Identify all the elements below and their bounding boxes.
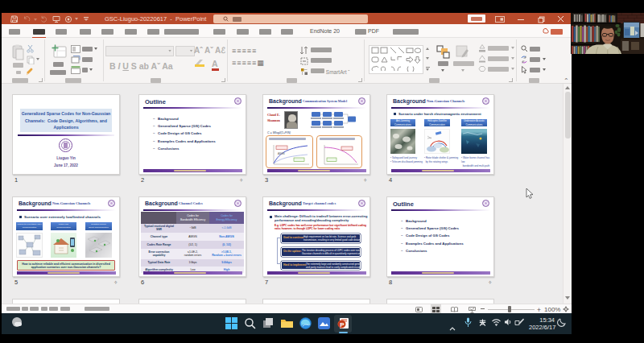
svg-text:AWGN: AWGN (278, 152, 285, 155)
svg-text:P: P (340, 321, 345, 329)
